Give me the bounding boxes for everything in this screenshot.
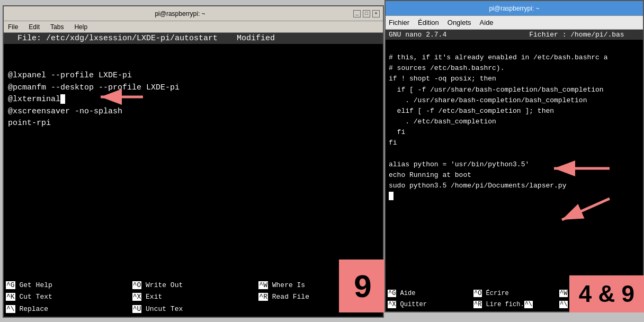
minimize-button[interactable]: _ bbox=[353, 10, 361, 17]
right-line-8: fi bbox=[389, 128, 405, 136]
file-bar: File: /etc/xdg/lxsession/LXDE-pi/autosta… bbox=[4, 33, 383, 44]
editor-line-4: @xscreensaver -no-splash bbox=[8, 107, 122, 116]
left-editor[interactable]: @lxpanel --profile LXDE-pi @pcmanfm --de… bbox=[4, 44, 383, 279]
cmd-get-help[interactable]: ^G Get Help bbox=[4, 280, 130, 292]
menu-fichier[interactable]: Fichier bbox=[389, 19, 409, 26]
right-editor[interactable]: # this, if it's already enabled in /etc/… bbox=[386, 40, 643, 287]
menu-help[interactable]: Help bbox=[72, 23, 90, 31]
right-menubar: Fichier Édition Onglets Aide bbox=[386, 16, 643, 30]
right-line-9: fi bbox=[389, 139, 397, 147]
cmd-exit[interactable]: ^X Exit bbox=[130, 291, 257, 303]
badge-4-and-9: 4 & 9 bbox=[569, 275, 644, 312]
right-titlebar: pi@raspberrypi: ~ bbox=[386, 1, 643, 16]
right-line-3: if ! shopt -oq posix; then bbox=[389, 75, 496, 83]
left-terminal-content: File: /etc/xdg/lxsession/LXDE-pi/autosta… bbox=[4, 33, 383, 317]
cmd-write-out[interactable]: ^O Write Out bbox=[130, 280, 257, 292]
right-line-2: # sources /etc/bash.bashrc). bbox=[389, 64, 504, 72]
right-nano-header: GNU nano 2.7.4 Fichier : /home/pi/.bas bbox=[386, 30, 643, 40]
left-menubar: File Edit Tabs Help bbox=[4, 21, 383, 33]
editor-line-3: @lxterminal bbox=[8, 95, 65, 104]
left-terminal: pi@raspberrypi: ~ _ □ × File Edit Tabs H… bbox=[3, 5, 384, 318]
right-line-1: # this, if it's already enabled in /etc/… bbox=[389, 53, 607, 61]
right-cmd-quitter[interactable]: ^X Quitter bbox=[386, 299, 471, 310]
cmd-replace[interactable]: ^\ Replace bbox=[4, 303, 130, 316]
right-line-7: . /etc/bash_completion bbox=[389, 118, 496, 126]
right-cmd-aide[interactable]: ^G Aide bbox=[386, 288, 471, 299]
right-cmd-ecrire[interactable]: ^O Écrire bbox=[471, 288, 557, 299]
right-terminal: pi@raspberrypi: ~ Fichier Édition Onglet… bbox=[384, 0, 644, 312]
right-cmd-lire[interactable]: ^R Lire fich.^\ bbox=[471, 299, 557, 310]
close-button[interactable]: × bbox=[372, 10, 380, 17]
left-titlebar: pi@raspberrypi: ~ _ □ × bbox=[4, 6, 383, 21]
editor-line-1: @lxpanel --profile LXDE-pi bbox=[8, 71, 132, 80]
editor-line-blank bbox=[8, 59, 13, 68]
menu-tabs[interactable]: Tabs bbox=[48, 23, 66, 31]
right-line-6: elif [ -f /etc/bash_completion ]; then bbox=[389, 107, 554, 115]
right-title: pi@raspberrypi: ~ bbox=[389, 5, 640, 12]
right-line-11: alias python = 'usr/bin/python3.5' bbox=[389, 160, 529, 168]
menu-file[interactable]: File bbox=[6, 23, 20, 31]
menu-edition[interactable]: Édition bbox=[418, 19, 439, 26]
right-line-4: if [ -f /usr/share/bash-completion/bash_… bbox=[389, 86, 604, 94]
window-controls: _ □ × bbox=[353, 10, 380, 17]
menu-onglets[interactable]: Onglets bbox=[448, 19, 471, 26]
right-line-13: sudo python3.5 /home/pi/Documents/lapser… bbox=[389, 182, 566, 190]
right-line-5: . /usr/share/bash-completion/bash_comple… bbox=[389, 96, 587, 104]
menu-aide[interactable]: Aide bbox=[480, 19, 494, 26]
badge-9: 9 bbox=[339, 260, 387, 312]
right-line-10 bbox=[389, 149, 393, 157]
maximize-button[interactable]: □ bbox=[363, 10, 370, 17]
right-line-12: echo Running at boot bbox=[389, 171, 471, 179]
right-line-14 bbox=[389, 192, 393, 200]
left-title: pi@raspberrypi: ~ bbox=[7, 10, 353, 17]
editor-line-2: @pcmanfm --desktop --profile LXDE-pi bbox=[8, 83, 180, 92]
editor-line-5: point-rpi bbox=[8, 119, 51, 128]
cmd-uncut[interactable]: ^U Uncut Tex bbox=[130, 303, 257, 316]
menu-edit[interactable]: Edit bbox=[26, 23, 42, 31]
cmd-cut-text[interactable]: ^K Cut Text bbox=[4, 291, 130, 303]
left-footer: ^G Get Help ^O Write Out ^W Where Is ^K … bbox=[4, 279, 383, 317]
